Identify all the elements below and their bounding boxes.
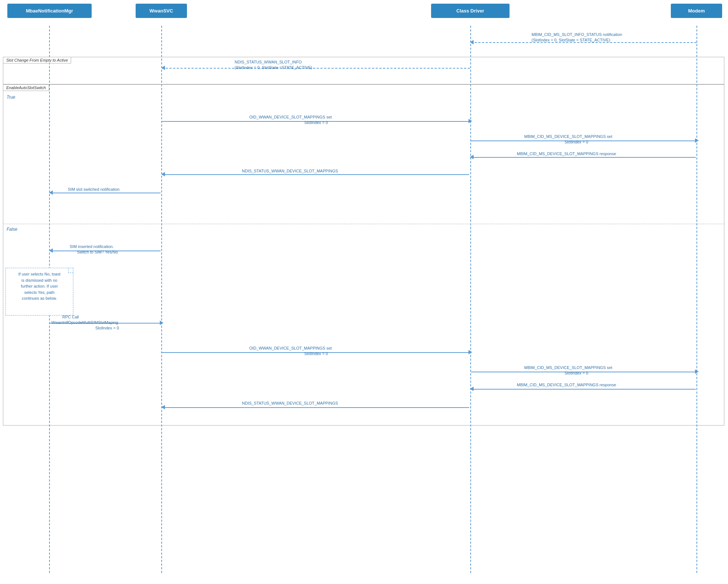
msg1-line <box>471 42 696 43</box>
msg5-arrowhead <box>470 155 474 159</box>
msg7-line <box>50 193 161 193</box>
msg2-arrowhead <box>161 66 165 70</box>
msg11-label1: MBIM_CID_MS_DEVICE_SLOT_MAPPINGS set <box>524 365 612 370</box>
msg9-arrowhead <box>160 321 163 325</box>
msg13-label1: NDIS_STATUS_WWAN_DEVICE_SLOT_MAPPINGS <box>242 401 338 405</box>
section-false: False <box>7 227 17 232</box>
true-false-divider <box>3 224 724 224</box>
msg9-label3: SlotIndex = 0 <box>95 326 119 330</box>
msg10-label2: SlotIndex = 0 <box>304 351 328 356</box>
note-box: If user selects No, toast is dismissed w… <box>5 268 73 315</box>
msg5-label1: MBIM_CID_MS_DEVICE_SLOT_MAPPINGS respons… <box>517 152 616 156</box>
msg8-arrowhead <box>49 248 53 253</box>
msg11-arrowhead <box>695 369 699 374</box>
msg7-label1: SIM slot switched notification <box>68 187 120 191</box>
frame-slot-change-label: Slot Change From Empty to Active <box>3 57 71 63</box>
msg12-arrowhead <box>470 387 474 391</box>
frame-slot-change: Slot Change From Empty to Active <box>3 57 724 84</box>
frame-enable-auto-label: EnableAutoSlotSwitch <box>3 84 49 91</box>
msg1-label2: (SlotIndex = 0, SlotState = STATE_ACTIVE… <box>532 38 610 42</box>
msg2-label2: (SlotIndex = 0, SlotState =STATE_ACTIVE) <box>235 65 312 70</box>
actor-mbae: MbaeNotificationMgr <box>7 4 92 18</box>
msg8-label2: Switch to SIM? Yes/No <box>77 250 118 254</box>
msg11-label2: SlotIndex = 0 <box>565 371 588 375</box>
section-true: True <box>7 95 15 100</box>
msg4-arrowhead <box>695 138 699 143</box>
msg9-label1: RPC Call <box>62 315 79 319</box>
msg3-arrowhead <box>468 119 472 123</box>
msg6-label1: NDIS_STATUS_WWAN_DEVICE_SLOT_MAPPINGS <box>242 169 338 173</box>
frame-enable-auto: EnableAutoSlotSwitch <box>3 84 724 426</box>
actor-wwan: WwanSVC <box>136 4 187 18</box>
msg7-arrowhead <box>49 190 53 195</box>
msg9-label2: WwanIntfOpcodeMultiSIMSlotMaping <box>51 320 118 325</box>
msg4-label1: MBIM_CID_MS_DEVICE_SLOT_MAPPINGS set <box>524 134 612 139</box>
msg12-label1: MBIM_CID_MS_DEVICE_SLOT_MAPPINGS respons… <box>517 383 616 387</box>
msg13-arrowhead <box>161 405 165 409</box>
msg6-line <box>162 174 469 175</box>
msg3-label1: OID_WWAN_DEVICE_SLOT_MAPPINGS set <box>249 115 332 119</box>
msg12-line <box>471 389 696 390</box>
msg1-label1: MBIM_CID_MS_SLOT_INFO_STATUS notificatio… <box>532 32 622 37</box>
msg8-label1: SIM inserted notification. <box>70 244 114 249</box>
msg10-label1: OID_WWAN_DEVICE_SLOT_MAPPINGS set <box>249 346 332 350</box>
msg10-arrowhead <box>468 350 472 354</box>
msg4-label2: SlotIndex = 0 <box>565 140 588 144</box>
msg2-label1: NDIS_STATUS_WWAN_SLOT_INFO <box>235 60 302 64</box>
actor-modem: Modem <box>671 4 722 18</box>
msg13-line <box>162 407 469 408</box>
msg2-line <box>162 68 470 69</box>
msg1-arrowhead <box>470 40 474 44</box>
actor-class: Class Driver <box>431 4 510 18</box>
msg6-arrowhead <box>161 172 165 176</box>
sequence-diagram: MbaeNotificationMgr WwanSVC Class Driver… <box>0 0 728 584</box>
msg3-label2: SlotIndex = 0 <box>304 120 328 125</box>
msg5-line <box>471 157 696 158</box>
